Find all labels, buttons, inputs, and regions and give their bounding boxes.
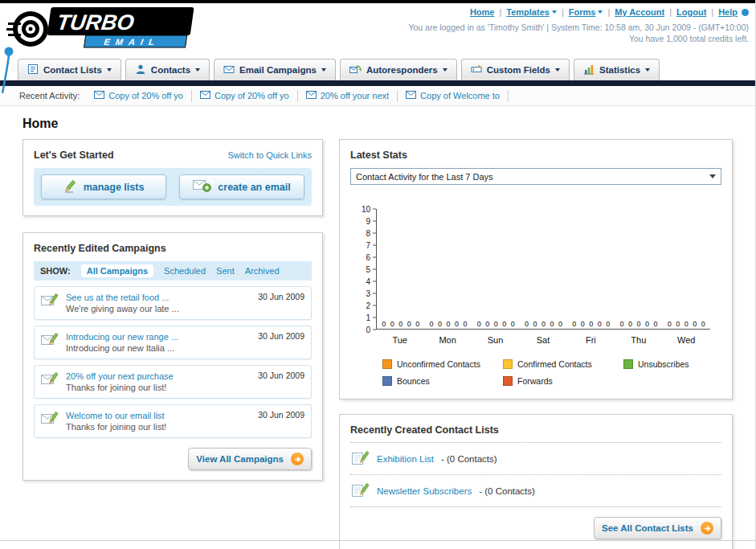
link-templates[interactable]: Templates xyxy=(506,7,557,17)
chevron-down-icon xyxy=(709,174,716,178)
chart-value-group: 0 0 0 0 0 xyxy=(472,320,520,328)
campaign-title: Welcome to our email list xyxy=(66,410,166,421)
autoresponders-icon xyxy=(349,64,362,76)
paper-pencil-icon xyxy=(352,450,370,467)
contact-list-item[interactable]: Exhibition List - (0 Contacts) xyxy=(350,443,721,475)
link-home[interactable]: Home xyxy=(470,7,495,17)
show-label: SHOW: xyxy=(40,266,71,276)
tab-label: Contact Lists xyxy=(43,65,102,75)
campaign-subtitle: Introducing our new Italia ... xyxy=(66,342,178,354)
contact-list-name[interactable]: Newsletter Subscribers xyxy=(377,486,472,496)
nav-divider-bar xyxy=(0,80,755,86)
recent-activity-item[interactable]: 20% off your next xyxy=(298,90,398,102)
campaign-title: 20% off your next purchase xyxy=(66,371,174,382)
tab-email-campaigns[interactable]: Email Campaigns xyxy=(214,59,336,80)
switch-quick-links-link[interactable]: Switch to Quick Links xyxy=(227,150,312,160)
chart-legend: Unconfirmed ContactsConfirmed ContactsUn… xyxy=(382,359,721,386)
footer-divider xyxy=(0,540,755,541)
see-all-contact-lists-label: See All Contact Lists xyxy=(602,523,693,533)
tab-contact-lists[interactable]: Contact Lists xyxy=(18,59,121,80)
create-email-label: create an email xyxy=(218,182,290,193)
page-title: Home xyxy=(22,117,755,131)
activity-item-label: Copy of 20% off yo xyxy=(215,91,289,100)
filter-all-campaigns[interactable]: All Campaigns xyxy=(81,264,153,277)
legend-swatch xyxy=(623,359,633,369)
header-right: Home | Templates | Forms | My Account | … xyxy=(408,7,749,43)
link-help[interactable]: Help xyxy=(718,7,738,17)
chart-y-tick: 8 xyxy=(366,229,376,238)
create-email-button[interactable]: create an email xyxy=(179,174,304,199)
recent-activity-item[interactable]: Copy of 20% off yo xyxy=(86,90,192,102)
view-all-campaigns-button[interactable]: View All Campaigns xyxy=(188,448,312,470)
campaign-list-item[interactable]: Welcome to our email list Thanks for joi… xyxy=(34,404,312,438)
campaign-subtitle: We're giving away our late ... xyxy=(66,303,179,314)
chart-category-label: Sat xyxy=(519,330,566,345)
chart-plot-area: 0 0 0 0 00 0 0 0 00 0 0 0 00 0 0 0 00 0 … xyxy=(376,209,710,330)
envelope-pencil-icon xyxy=(41,371,59,389)
recent-activity-item[interactable]: Copy of 20% off yo xyxy=(192,90,298,102)
campaign-title: Introducing our new range ... xyxy=(66,331,178,342)
recent-contact-lists-panel: Recently Created Contact Lists Exhibitio… xyxy=(339,414,733,549)
link-logout[interactable]: Logout xyxy=(676,7,706,17)
legend-item: Unsubscribes xyxy=(623,359,744,369)
chart-y-axis: 012345678910 xyxy=(355,209,376,330)
activity-item-label: Copy of 20% off yo xyxy=(108,91,183,100)
activity-item-label: 20% off your next xyxy=(321,91,389,100)
chart-y-tick: 0 xyxy=(366,326,376,334)
nav-tabs: Contact Lists Contacts Email Campaigns A… xyxy=(0,55,755,80)
tab-statistics[interactable]: Statistics xyxy=(574,59,660,80)
stats-period-select[interactable]: Contact Activity for the Last 7 Days xyxy=(350,168,721,185)
campaign-list-item[interactable]: 20% off your next purchase Thanks for jo… xyxy=(34,365,312,399)
chart-category-label: Fri xyxy=(567,330,615,345)
chart-day-labels: TueMonSunSatFriThuWed xyxy=(376,330,710,345)
chart-y-tick: 5 xyxy=(366,265,376,274)
filter-archived[interactable]: Archived xyxy=(245,266,280,276)
view-all-campaigns-label: View All Campaigns xyxy=(196,454,284,464)
chevron-down-icon xyxy=(195,68,200,72)
chart-category-label: Mon xyxy=(423,330,471,345)
latest-stats-title: Latest Stats xyxy=(350,150,721,161)
campaign-list-item[interactable]: Introducing our new range ... Introducin… xyxy=(34,326,312,359)
recent-activity-item[interactable]: Copy of Welcome to xyxy=(398,90,509,102)
legend-item: Bounces xyxy=(382,376,503,386)
custom-fields-icon xyxy=(471,64,482,76)
tab-contacts[interactable]: Contacts xyxy=(125,59,210,80)
logo-subtitle-text: EMAIL xyxy=(104,37,161,47)
statistics-icon xyxy=(583,64,595,76)
get-started-panel: Let's Get Started Switch to Quick Links … xyxy=(22,139,323,216)
chart-value-group: 0 0 0 0 0 xyxy=(520,320,567,328)
campaign-list-item[interactable]: See us at the retail food ... We're givi… xyxy=(34,286,312,320)
link-separator: | xyxy=(711,7,713,17)
login-status: You are logged in as 'Timothy Smith' | S… xyxy=(408,23,749,32)
filter-scheduled[interactable]: Scheduled xyxy=(164,266,206,276)
recently-edited-campaigns-panel: Recently Edited Campaigns SHOW: All Camp… xyxy=(22,232,323,481)
chevron-down-icon xyxy=(555,68,560,72)
link-my-account[interactable]: My Account xyxy=(615,7,664,17)
legend-swatch xyxy=(382,376,392,386)
legend-item: Forwards xyxy=(503,376,623,386)
envelope-pencil-icon xyxy=(41,410,59,428)
contact-list-item[interactable]: Newsletter Subscribers - (0 Contacts) xyxy=(350,475,721,507)
latest-stats-panel: Latest Stats Contact Activity for the La… xyxy=(339,139,733,399)
envelope-icon xyxy=(306,91,317,100)
tab-label: Email Campaigns xyxy=(239,65,317,75)
tab-custom-fields[interactable]: Custom Fields xyxy=(461,59,570,80)
legend-label: Unconfirmed Contacts xyxy=(397,359,480,369)
link-label: Forms xyxy=(569,7,596,17)
recent-activity-bar: Recent Activity: Copy of 20% off yo Copy… xyxy=(0,86,755,106)
chart-category-label: Sun xyxy=(472,330,519,345)
filter-sent[interactable]: Sent xyxy=(216,266,235,276)
legend-swatch xyxy=(382,359,392,369)
chart-value-group: 0 0 0 0 0 xyxy=(663,320,710,328)
envelope-pencil-icon xyxy=(41,292,59,310)
tab-autoresponders[interactable]: Autoresponders xyxy=(340,59,457,80)
chart-y-tick: 1 xyxy=(366,313,376,322)
selected-option-label: Contact Activity for the Last 7 Days xyxy=(356,172,493,182)
link-forms[interactable]: Forms xyxy=(569,7,603,17)
manage-lists-button[interactable]: manage lists xyxy=(41,174,166,199)
legend-label: Unsubscribes xyxy=(638,359,689,369)
see-all-contact-lists-button[interactable]: See All Contact Lists xyxy=(594,517,721,539)
contact-list-name[interactable]: Exhibition List xyxy=(377,454,434,464)
help-icon[interactable] xyxy=(742,9,749,16)
header: TURBO EMAIL Home | Templates | Forms | xyxy=(0,3,755,55)
